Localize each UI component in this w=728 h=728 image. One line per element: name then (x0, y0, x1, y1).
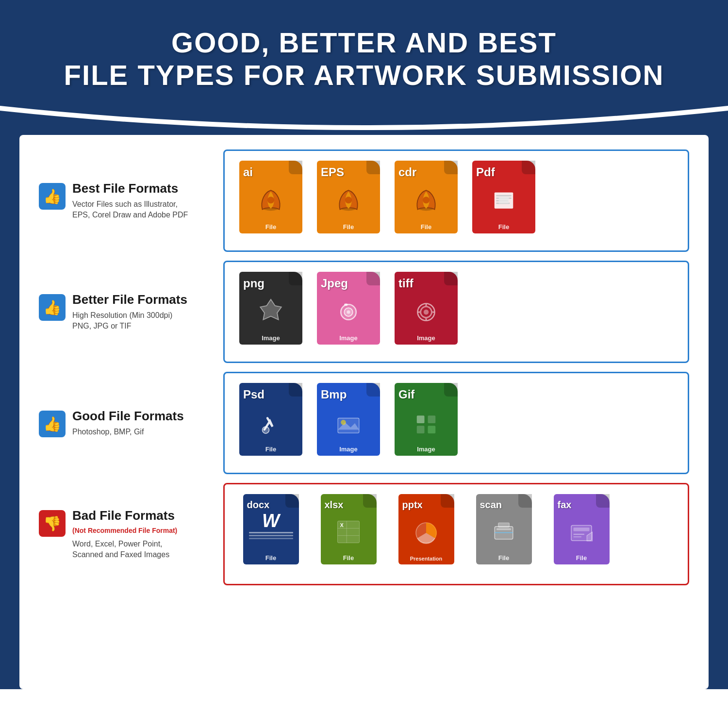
xlsx-corner (363, 494, 377, 508)
pptx-corner (441, 494, 454, 508)
gif-corner (444, 383, 458, 397)
file-icon-pdf: Pdf File (470, 161, 538, 241)
xlsx-body: xlsx X File (321, 494, 377, 564)
scan-graphic (489, 510, 518, 554)
best-desc: Vector Files such as Illustrator,EPS, Co… (72, 199, 188, 221)
bad-label-desc: Bad File Formats (Not Recommended File F… (72, 508, 177, 560)
bmp-label: Image (339, 446, 358, 453)
best-thumb: 👍 (43, 188, 61, 205)
eps-body: EPS File (317, 161, 380, 233)
pdf-graphic (487, 178, 521, 223)
file-icon-docx: docx W File (237, 494, 305, 574)
svg-point-22 (341, 420, 346, 425)
eps-graphic (331, 178, 365, 223)
eps-label: File (343, 223, 354, 231)
tiff-label: Image (417, 334, 435, 342)
svg-rect-34 (496, 529, 511, 530)
best-icons-area: ai File (223, 149, 689, 252)
jpeg-label: Image (339, 334, 358, 342)
fax-graphic (567, 510, 596, 554)
good-row: 👍 Good File Formats Photoshop, BMP, Gif … (39, 372, 689, 474)
pptx-graphic (412, 510, 441, 556)
bottom-swoosh (0, 689, 728, 728)
svg-text:X: X (340, 522, 344, 528)
cdr-body: cdr File (395, 161, 458, 233)
png-body: png Image (239, 272, 302, 345)
pptx-ext: pptx (402, 500, 423, 510)
bad-thumb: 👎 (43, 515, 61, 532)
ai-body: ai File (239, 161, 302, 233)
png-label: Image (262, 334, 280, 342)
better-icons-area: png Image Jpeg (223, 261, 689, 363)
tiff-corner (444, 272, 458, 285)
xlsx-graphic: X (334, 510, 363, 554)
best-left: 👍 Best File Formats Vector Files such as… (39, 181, 223, 221)
docx-graphic: W (262, 510, 280, 532)
file-icon-eps: EPS File (314, 161, 382, 241)
svg-point-20 (263, 427, 269, 433)
good-thumb: 👍 (43, 415, 61, 432)
jpeg-graphic (331, 289, 365, 334)
eps-corner (366, 161, 380, 174)
psd-corner (289, 383, 302, 397)
title-line1: GOOD, BETTER AND BEST (171, 27, 557, 58)
file-icon-fax: fax File (547, 494, 615, 574)
header: GOOD, BETTER AND BEST FILE TYPES FOR ART… (0, 0, 728, 106)
pdf-body: Pdf File (472, 161, 535, 233)
svg-point-15 (347, 310, 350, 314)
pptx-label: Presentation (410, 556, 443, 562)
content-area: 👍 Best File Formats Vector Files such as… (19, 135, 709, 689)
file-icon-gif: Gif Image (392, 383, 460, 463)
ai-graphic (254, 178, 288, 223)
ai-label: File (265, 223, 276, 231)
good-label-desc: Good File Formats Photoshop, BMP, Gif (72, 409, 184, 437)
gif-body: Gif Image (395, 383, 458, 456)
bad-left: 👎 Bad File Formats (Not Recommended File… (39, 508, 223, 560)
scan-body: scan File (476, 494, 532, 564)
better-label: Better File Formats (72, 292, 187, 307)
svg-rect-36 (498, 523, 510, 528)
png-ext: png (243, 278, 265, 289)
bmp-body: Bmp Image (317, 383, 380, 456)
file-icon-psd: Psd File (237, 383, 305, 463)
bad-row: 👎 Bad File Formats (Not Recommended File… (39, 483, 689, 585)
gif-label: Image (417, 446, 435, 453)
jpeg-ext: Jpeg (321, 278, 348, 289)
eps-ext: EPS (321, 166, 344, 178)
better-row: 👍 Better File Formats High Resolution (M… (39, 261, 689, 363)
svg-rect-7 (496, 195, 512, 197)
svg-rect-40 (574, 536, 582, 537)
bmp-corner (366, 383, 380, 397)
jpeg-corner (366, 272, 380, 285)
scan-corner (518, 494, 532, 508)
good-desc: Photoshop, BMP, Gif (72, 427, 184, 437)
svg-rect-11 (499, 197, 509, 203)
svg-rect-38 (574, 528, 590, 531)
good-icons-area: Psd File Bmp (223, 372, 689, 474)
svg-point-19 (424, 310, 429, 315)
header-title: GOOD, BETTER AND BEST FILE TYPES FOR ART… (19, 27, 709, 91)
better-left: 👍 Better File Formats High Resolution (M… (39, 292, 223, 332)
good-left: 👍 Good File Formats Photoshop, BMP, Gif (39, 409, 223, 437)
docx-corner (285, 494, 299, 508)
png-corner (289, 272, 302, 285)
good-label: Good File Formats (72, 409, 184, 424)
main-container: GOOD, BETTER AND BEST FILE TYPES FOR ART… (0, 0, 728, 728)
pdf-label: File (498, 223, 509, 231)
ai-corner (289, 161, 302, 174)
better-thumb-icon: 👍 (39, 294, 66, 321)
file-icon-scan: scan File (470, 494, 538, 574)
pdf-corner (522, 161, 535, 174)
best-label: Best File Formats (72, 181, 188, 196)
pptx-body: pptx Presentation (398, 494, 454, 564)
svg-point-1 (267, 197, 274, 203)
file-icon-png: png Image (237, 272, 305, 352)
tiff-body: tiff Image (395, 272, 458, 345)
docx-ext: docx (247, 500, 270, 510)
tiff-ext: tiff (398, 278, 414, 289)
better-thumb: 👍 (43, 299, 61, 316)
svg-rect-16 (344, 303, 347, 305)
file-icon-pptx: pptx Presentation (392, 494, 460, 574)
better-label-desc: Better File Formats High Resolution (Min… (72, 292, 187, 332)
pdf-ext: Pdf (476, 166, 495, 178)
